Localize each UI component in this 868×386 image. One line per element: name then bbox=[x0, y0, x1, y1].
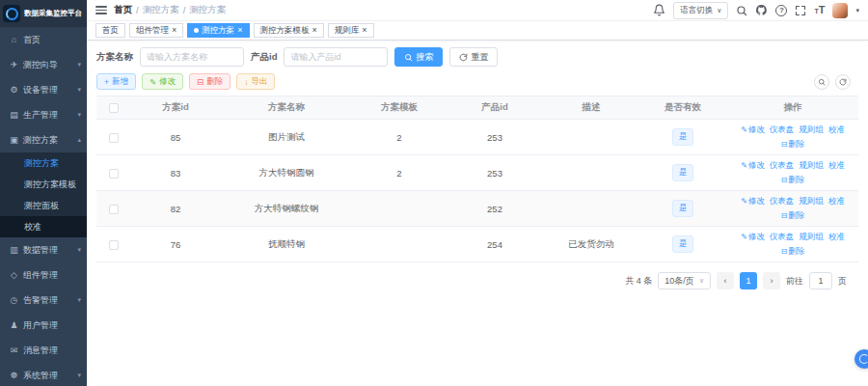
sidebar-item-device-mgmt[interactable]: ⚙ 设备管理 ▾ bbox=[0, 77, 87, 102]
breadcrumb-item[interactable]: 测控方案 bbox=[143, 4, 179, 16]
wizard-icon: ✈ bbox=[9, 60, 19, 69]
font-size-icon[interactable]: TT bbox=[814, 5, 825, 15]
next-page-button[interactable]: › bbox=[763, 272, 780, 290]
sidebar-subitem-mc-plan-template[interactable]: 测控方案模板 bbox=[0, 174, 87, 195]
sidebar-item-mc-plan[interactable]: ▣ 测控方案 ▴ bbox=[0, 127, 87, 152]
row-rule-group-link[interactable]: 规则组 bbox=[799, 160, 824, 170]
row-dashboard-link[interactable]: 仪表盘 bbox=[770, 160, 795, 170]
delete-button-label: 删除 bbox=[206, 76, 223, 88]
page-goto-input[interactable] bbox=[809, 272, 832, 290]
plan-name-input[interactable] bbox=[140, 47, 244, 67]
close-icon[interactable]: × bbox=[312, 26, 317, 35]
toggle-search-button[interactable] bbox=[814, 74, 829, 90]
cell-actions: ✎修改仪表盘规则组校准 ⊟删除 bbox=[727, 227, 858, 262]
sidebar-item-label: 系统管理 bbox=[23, 370, 58, 382]
sidebar-item-mc-wizard[interactable]: ✈ 测控向导 ▾ bbox=[0, 52, 87, 77]
page-number-button[interactable]: 1 bbox=[740, 272, 757, 290]
row-calibrate-link[interactable]: 校准 bbox=[828, 232, 845, 241]
breadcrumb-item[interactable]: 首页 bbox=[114, 4, 132, 16]
message-icon: ✉ bbox=[9, 345, 19, 355]
tab-label: 规则库 bbox=[335, 25, 360, 37]
close-icon[interactable]: × bbox=[362, 26, 366, 35]
tab-component-mgmt[interactable]: 组件管理 × bbox=[129, 23, 183, 38]
delete-button[interactable]: ⊟ 删除 bbox=[189, 73, 231, 90]
row-edit-link[interactable]: ✎修改 bbox=[741, 232, 765, 241]
sidebar-item-label: 设备管理 bbox=[23, 84, 58, 96]
alarm-icon: ◷ bbox=[9, 295, 19, 305]
bell-icon[interactable] bbox=[653, 4, 665, 16]
row-checkbox[interactable] bbox=[109, 205, 119, 214]
sidebar-subitem-mc-plan[interactable]: 测控方案 bbox=[0, 152, 87, 174]
row-delete-link[interactable]: ⊟删除 bbox=[781, 139, 805, 149]
trash-icon: ⊟ bbox=[781, 211, 788, 220]
row-delete-link[interactable]: ⊟删除 bbox=[781, 210, 805, 220]
sidebar-item-component-mgmt[interactable]: ◇ 组件管理 bbox=[0, 262, 87, 288]
row-dashboard-link[interactable]: 仪表盘 bbox=[770, 124, 795, 134]
row-calibrate-link[interactable]: 校准 bbox=[828, 160, 845, 170]
user-icon: ♟ bbox=[9, 320, 19, 330]
row-edit-link[interactable]: ✎修改 bbox=[741, 124, 765, 134]
filter-form: 方案名称 产品id 搜索 重置 bbox=[96, 47, 858, 67]
col-actions: 操作 bbox=[727, 96, 858, 120]
cell-plan-id: 83 bbox=[131, 155, 220, 191]
close-icon[interactable]: × bbox=[237, 26, 242, 35]
search-icon[interactable] bbox=[736, 5, 747, 16]
sidebar-item-data-mgmt[interactable]: ▥ 数据管理 ▾ bbox=[0, 237, 87, 262]
sidebar-item-label: 首页 bbox=[23, 34, 41, 46]
app-root: 数据采集监控平台 ⌂ 首页 ✈ 测控向导 ▾ ⚙ 设备管理 ▾ ▤ 生产管理 ▾… bbox=[0, 0, 868, 386]
sidebar-subitem-mc-panel[interactable]: 测控面板 bbox=[0, 195, 87, 216]
table-row: 76 抚顺特钢 254 已发货勿动 是 ✎修改仪表盘规则组校准 ⊟删除 bbox=[96, 227, 858, 262]
export-button[interactable]: ↓ 导出 bbox=[236, 73, 275, 90]
row-checkbox[interactable] bbox=[109, 240, 119, 250]
sidebar-subitem-calibration[interactable]: 校准 bbox=[0, 216, 87, 237]
tab-home[interactable]: 首页 bbox=[95, 23, 125, 38]
reset-button[interactable]: 重置 bbox=[449, 47, 498, 67]
refresh-button[interactable] bbox=[835, 74, 851, 90]
row-calibrate-link[interactable]: 校准 bbox=[828, 124, 845, 134]
language-switch-button[interactable]: 语言切换 ∨ bbox=[673, 2, 728, 19]
tab-mc-plan-template[interactable]: 测控方案模板 × bbox=[254, 23, 324, 38]
github-icon[interactable] bbox=[755, 4, 768, 16]
sidebar-item-production-mgmt[interactable]: ▤ 生产管理 ▾ bbox=[0, 102, 87, 127]
page-size-select[interactable]: 10条/页 ∨ bbox=[658, 272, 711, 290]
sidebar-item-alarm-mgmt[interactable]: ◷ 告警管理 ▾ bbox=[0, 288, 87, 313]
avatar[interactable] bbox=[832, 3, 848, 18]
row-dashboard-link[interactable]: 仪表盘 bbox=[770, 232, 795, 241]
plan-icon: ▣ bbox=[9, 135, 19, 145]
row-checkbox[interactable] bbox=[109, 133, 119, 143]
cell-plan-template: 2 bbox=[353, 120, 446, 155]
col-plan-id: 方案id bbox=[131, 96, 220, 120]
row-edit-link[interactable]: ✎修改 bbox=[741, 160, 765, 170]
prev-page-button[interactable]: ‹ bbox=[717, 272, 734, 290]
floating-action-button[interactable] bbox=[854, 349, 868, 369]
row-dashboard-link[interactable]: 仪表盘 bbox=[770, 196, 795, 206]
select-all-checkbox[interactable] bbox=[109, 103, 119, 113]
row-delete-link[interactable]: ⊟删除 bbox=[781, 246, 805, 256]
row-calibrate-link[interactable]: 校准 bbox=[828, 196, 845, 206]
help-icon[interactable]: ? bbox=[775, 5, 787, 16]
fullscreen-icon[interactable] bbox=[795, 5, 806, 16]
tab-mc-plan[interactable]: 测控方案 × bbox=[187, 23, 249, 38]
add-button[interactable]: + 新增 bbox=[96, 73, 136, 90]
row-edit-link[interactable]: ✎修改 bbox=[741, 196, 765, 206]
search-button[interactable]: 搜索 bbox=[394, 47, 443, 67]
row-checkbox[interactable] bbox=[109, 169, 119, 179]
hamburger-icon[interactable] bbox=[95, 6, 107, 14]
sidebar-subitem-label: 测控方案 bbox=[24, 157, 59, 170]
tab-rule-library[interactable]: 规则库 × bbox=[328, 23, 374, 38]
sidebar-item-label: 用户管理 bbox=[23, 319, 58, 332]
row-delete-link[interactable]: ⊟删除 bbox=[781, 175, 805, 184]
row-rule-group-link[interactable]: 规则组 bbox=[799, 124, 824, 134]
total-count: 共 4 条 bbox=[625, 275, 652, 288]
col-product-id: 产品id bbox=[446, 96, 544, 120]
row-rule-group-link[interactable]: 规则组 bbox=[799, 196, 824, 206]
sidebar-item-user-mgmt[interactable]: ♟ 用户管理 bbox=[0, 313, 87, 338]
row-rule-group-link[interactable]: 规则组 bbox=[799, 232, 824, 241]
product-id-input[interactable] bbox=[284, 47, 388, 67]
caret-down-icon[interactable]: ▾ bbox=[855, 7, 859, 14]
sidebar-item-message-mgmt[interactable]: ✉ 消息管理 bbox=[0, 338, 87, 363]
sidebar-item-home[interactable]: ⌂ 首页 bbox=[0, 27, 87, 52]
sidebar-item-system-mgmt[interactable]: ☸ 系统管理 ▾ bbox=[0, 363, 87, 386]
close-icon[interactable]: × bbox=[172, 26, 176, 35]
edit-button[interactable]: ✎ 修改 bbox=[142, 73, 183, 90]
